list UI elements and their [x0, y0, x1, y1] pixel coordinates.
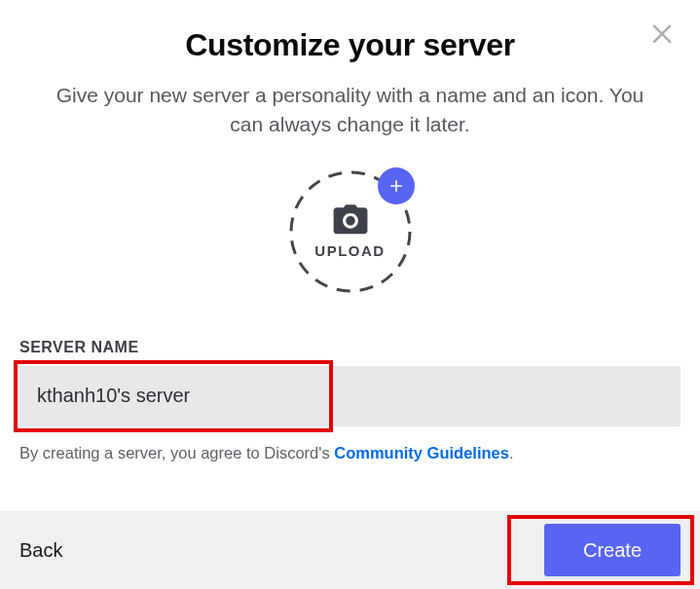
guidelines-prefix: By creating a server, you agree to Disco…	[19, 444, 334, 461]
modal-title: Customize your server	[19, 27, 681, 63]
create-button[interactable]: Create	[544, 524, 681, 576]
create-server-modal: Customize your server Give your new serv…	[0, 0, 700, 589]
server-name-input[interactable]	[19, 366, 681, 426]
modal-footer: Back Create	[0, 511, 700, 589]
server-name-input-wrap	[19, 366, 681, 426]
server-name-label: SERVER NAME	[19, 339, 681, 356]
modal-content: Customize your server Give your new serv…	[0, 0, 700, 511]
modal-subtitle: Give your new server a personality with …	[39, 81, 662, 140]
close-button[interactable]	[647, 18, 677, 47]
server-icon-upload[interactable]: UPLOAD	[288, 169, 413, 294]
back-button[interactable]: Back	[19, 539, 62, 562]
plus-icon	[387, 176, 406, 196]
upload-plus-badge	[378, 167, 415, 204]
camera-icon	[332, 203, 369, 237]
close-icon	[647, 18, 677, 47]
upload-label: UPLOAD	[314, 242, 385, 259]
guidelines-text: By creating a server, you agree to Disco…	[19, 444, 681, 462]
guidelines-suffix: .	[509, 444, 514, 461]
community-guidelines-link[interactable]: Community Guidelines	[334, 444, 509, 461]
